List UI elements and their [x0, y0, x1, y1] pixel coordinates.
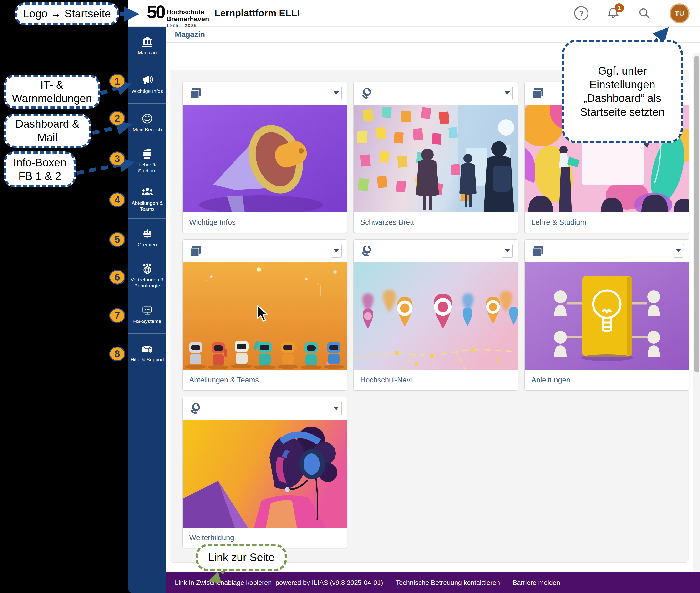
search-icon[interactable] [638, 7, 651, 20]
annotation-dashboard-startseite: Ggf. unter Einstellungen „Dashboard“ als… [562, 40, 683, 143]
sidebar-item-hs-systeme[interactable]: HS-Systeme [128, 295, 166, 333]
logo-years: 1975 - 2025 [167, 24, 209, 28]
footer-bar: Link in Zwischenablage kopieren powered … [166, 572, 700, 593]
report-barrier-link[interactable]: Barriere melden [513, 579, 560, 587]
globe-people-icon [142, 263, 153, 275]
card-image-lightbulb [525, 263, 689, 370]
sidebar-item-lehre-studium[interactable]: Lehre & Studium [128, 142, 166, 180]
folder-icon [189, 244, 202, 258]
breadcrumb-magazin-link[interactable]: Magazin [175, 27, 205, 42]
sidebar-item-mein-bereich[interactable]: Mein Bereich [128, 103, 166, 142]
smiley-icon [142, 113, 153, 124]
footer-separator: · [389, 579, 391, 587]
main-sidebar: Magazin Wichtige Infos Mein Bereich [128, 27, 166, 593]
sidebar-item-label: Wichtige Infos [132, 88, 163, 94]
annotation-logo-startseite: Logo → Startseite [15, 2, 119, 25]
card-title[interactable]: Anleitungen [525, 370, 689, 390]
sidebar-item-gremien[interactable]: Gremien [128, 219, 166, 257]
mail-question-icon: ? [142, 343, 153, 354]
step-badge-6: 6 [109, 270, 125, 285]
weblink-globe-icon [360, 244, 374, 258]
top-bar: 50 Hochschule Bremerhaven 1975 - 2025 Le… [128, 0, 700, 27]
sidebar-item-label: HS-Systeme [133, 318, 161, 324]
card-image-megaphone [183, 105, 347, 212]
card-hochschul-navi[interactable]: Hochschul-Navi [353, 239, 518, 391]
logo-hochschule-bremerhaven[interactable]: 50 Hochschule Bremerhaven 1975 - 2025 [147, 1, 209, 28]
card-title[interactable]: Wichtige Infos [183, 212, 347, 232]
copy-link-to-clipboard-link[interactable]: Link in Zwischenablage kopieren [175, 579, 271, 587]
sidebar-item-vertretungen-beauftragte[interactable]: Vertretungen & Beauftragte [128, 257, 166, 295]
caret-down-icon [334, 91, 339, 95]
arrow-to-mein-bereich [93, 125, 128, 133]
annotation-info-boxen: Info-Boxen FB 1 & 2 [4, 152, 76, 187]
scrollbar-track[interactable] [693, 53, 700, 593]
card-wichtige-infos[interactable]: Wichtige Infos [182, 82, 347, 233]
step-badge-2: 2 [109, 111, 125, 126]
folder-icon [531, 87, 545, 100]
card-actions-dropdown[interactable] [502, 86, 513, 100]
caret-down-icon [676, 249, 681, 252]
card-schwarzes-brett[interactable]: Schwarzes Brett [353, 82, 518, 233]
caret-down-icon [505, 91, 510, 95]
contact-support-link[interactable]: Technische Betreuung kontaktieren [396, 579, 500, 587]
step-badge-5: 5 [109, 232, 125, 247]
card-title[interactable]: Hochschul-Navi [354, 370, 518, 390]
card-actions-dropdown[interactable] [673, 244, 684, 258]
step-badge-4: 4 [109, 192, 125, 207]
card-image-headphones [183, 420, 347, 528]
notification-count-badge: 1 [615, 3, 624, 12]
sidebar-item-abteilungen-teams[interactable]: Abteilungen & Teams [128, 180, 166, 219]
weblink-globe-icon [360, 87, 374, 100]
card-image-sticky-notes [354, 105, 518, 212]
card-anleitungen[interactable]: Anleitungen [524, 239, 689, 391]
sidebar-item-label: Vertretungen & Beauftragte [130, 277, 165, 289]
page-title: Lernplattform ELLI [214, 0, 300, 26]
card-actions-dropdown[interactable] [331, 401, 342, 416]
annotation-dashboard-mail: Dashboard & Mail [4, 114, 91, 148]
weblink-globe-icon [189, 402, 202, 416]
step-badge-8: 8 [109, 347, 125, 361]
ilias-screen: 50 Hochschule Bremerhaven 1975 - 2025 Le… [0, 0, 700, 593]
sidebar-item-wichtige-infos[interactable]: Wichtige Infos [128, 65, 166, 103]
step-badge-1: 1 [109, 74, 125, 89]
notifications-button[interactable]: 1 [607, 7, 620, 20]
avatar[interactable]: TU [669, 3, 690, 23]
footer-separator: · [505, 579, 507, 587]
sidebar-item-label: Abteilungen & Teams [130, 200, 165, 212]
card-title[interactable]: Lehre & Studium [525, 212, 689, 232]
card-actions-dropdown[interactable] [502, 244, 513, 258]
logo-name-line2: Bremerhaven [167, 15, 209, 23]
caret-down-icon [334, 407, 339, 410]
sidebar-item-label: Magazin [138, 50, 156, 56]
logo-anniversary: 50 [147, 1, 164, 28]
card-actions-dropdown[interactable] [331, 244, 342, 258]
card-actions-dropdown[interactable] [331, 86, 342, 100]
folder-icon [189, 87, 202, 100]
repository-panel: Wichtige Infos [170, 70, 689, 562]
sidebar-item-label: Mein Bereich [133, 127, 162, 133]
sidebar-item-magazin[interactable]: Magazin [128, 27, 166, 65]
people-icon [142, 187, 153, 198]
step-badge-7: 7 [109, 308, 125, 323]
scrollbar-thumb[interactable] [694, 56, 699, 372]
card-title[interactable]: Abteilungen & Teams [183, 370, 347, 390]
sidebar-item-hilfe-support[interactable]: ? Hilfe & Support [128, 333, 166, 372]
step-badge-3: 3 [109, 152, 125, 166]
annotation-link-zur-seite: Link zur Seite [196, 544, 287, 571]
card-title[interactable]: Schwarzes Brett [354, 212, 518, 232]
books-icon [142, 148, 153, 160]
caret-down-icon [334, 249, 339, 252]
card-weiterbildung[interactable]: Weiterbildung [182, 397, 347, 548]
help-icon[interactable]: ? [574, 6, 589, 21]
caret-down-icon [505, 249, 510, 252]
annotation-it-warnmeldungen: IT- & Warnmeldungen [4, 75, 100, 109]
bank-icon [142, 36, 153, 47]
monitor-icon [142, 305, 153, 316]
folder-icon [531, 244, 545, 258]
svg-text:?: ? [149, 349, 151, 353]
sidebar-item-label: Hilfe & Support [130, 357, 164, 363]
committee-icon [142, 228, 153, 239]
logo-name-line1: Hochschule [167, 9, 209, 15]
card-abteilungen-teams[interactable]: Abteilungen & Teams [182, 239, 347, 391]
powered-by-text: powered by ILIAS (v9.8 2025-04-01) [275, 579, 383, 587]
